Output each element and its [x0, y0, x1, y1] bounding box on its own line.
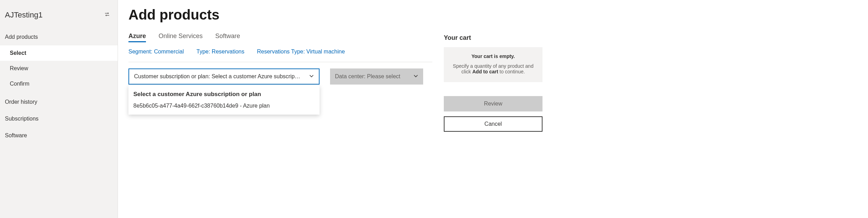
main-content: Add products Azure Online Services Softw… — [118, 0, 868, 218]
app-root: AJTesting1 Add products Select Review Co… — [0, 0, 868, 218]
nav-subscriptions[interactable]: Subscriptions — [0, 110, 118, 127]
nav-software[interactable]: Software — [0, 127, 118, 144]
sidebar: AJTesting1 Add products Select Review Co… — [0, 0, 118, 218]
dropdown-row: Customer subscription or plan: Select a … — [128, 68, 435, 85]
dropdown-group-title: Select a customer Azure subscription or … — [133, 89, 315, 99]
filter-segment[interactable]: Segment: Commercial — [128, 49, 184, 55]
cart-panel: Your cart Your cart is empty. Specify a … — [444, 7, 542, 218]
switch-directory-icon[interactable] — [104, 12, 110, 19]
product-type-tabs: Azure Online Services Software — [128, 32, 435, 42]
cart-hint-suffix: to continue. — [498, 69, 525, 74]
cancel-button[interactable]: Cancel — [444, 116, 542, 132]
subscription-dropdown-label: Customer subscription or plan: Select a … — [134, 73, 300, 80]
tab-azure[interactable]: Azure — [128, 32, 146, 42]
nav-select[interactable]: Select — [0, 45, 118, 61]
main-left-column: Add products Azure Online Services Softw… — [128, 7, 435, 218]
nav-review[interactable]: Review — [0, 61, 118, 76]
customer-name: AJTesting1 — [5, 10, 43, 20]
filter-bar: Segment: Commercial Type: Reservations R… — [128, 49, 432, 62]
chevron-down-icon — [309, 73, 314, 80]
datacenter-dropdown-label: Data center: Please select — [335, 73, 400, 80]
datacenter-dropdown[interactable]: Data center: Please select — [330, 68, 423, 85]
subscription-option-1[interactable]: 8e5b6c05-a477-4a49-662f-c38760b14de9 - A… — [133, 99, 315, 110]
page-title: Add products — [128, 7, 435, 23]
cart-title: Your cart — [444, 34, 542, 42]
filter-type[interactable]: Type: Reservations — [196, 49, 244, 55]
nav-order-history[interactable]: Order history — [0, 94, 118, 110]
tab-software[interactable]: Software — [215, 32, 240, 42]
chevron-down-icon — [413, 73, 418, 80]
cart-empty-hint: Specify a quantity of any product and cl… — [449, 63, 537, 74]
cart-buttons: Review Cancel — [444, 96, 542, 132]
cart-hint-bold: Add to cart — [472, 69, 498, 74]
sidebar-header: AJTesting1 — [0, 6, 118, 29]
tab-online-services[interactable]: Online Services — [159, 32, 203, 42]
cart-empty-heading: Your cart is empty. — [449, 53, 537, 59]
filter-reservations-type[interactable]: Reservations Type: Virtual machine — [257, 49, 345, 55]
nav-confirm[interactable]: Confirm — [0, 76, 118, 92]
subscription-dropdown-menu: Select a customer Azure subscription or … — [128, 85, 320, 115]
cart-empty-box: Your cart is empty. Specify a quantity o… — [444, 47, 542, 82]
subscription-dropdown[interactable]: Customer subscription or plan: Select a … — [128, 68, 320, 85]
review-button[interactable]: Review — [444, 96, 542, 111]
nav-add-products[interactable]: Add products — [0, 29, 118, 45]
